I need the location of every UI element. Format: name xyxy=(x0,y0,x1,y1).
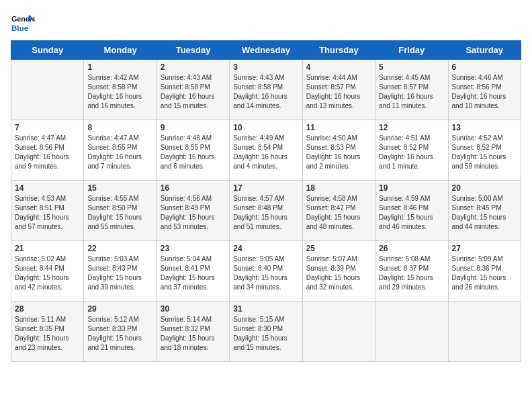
day-number: 29 xyxy=(87,304,152,314)
cell-text: and 57 minutes. xyxy=(15,222,80,232)
cell-text: Daylight: 16 hours xyxy=(87,152,152,162)
cell-text: and 11 minutes. xyxy=(379,101,444,111)
cell-text: Sunset: 8:58 PM xyxy=(161,83,226,92)
calendar-cell: 5Sunrise: 4:45 AMSunset: 8:57 PMDaylight… xyxy=(375,60,448,120)
calendar-cell: 13Sunrise: 4:52 AMSunset: 8:52 PMDayligh… xyxy=(448,120,521,181)
cell-text: and 9 minutes. xyxy=(15,162,80,171)
cell-text: Sunset: 8:48 PM xyxy=(233,203,298,213)
day-number: 2 xyxy=(161,62,226,72)
calendar-cell: 16Sunrise: 4:56 AMSunset: 8:49 PMDayligh… xyxy=(157,181,229,241)
cell-text: and 14 minutes. xyxy=(233,101,298,111)
day-number: 3 xyxy=(233,62,298,72)
calendar-cell: 15Sunrise: 4:55 AMSunset: 8:50 PMDayligh… xyxy=(84,181,157,241)
cell-text: Daylight: 15 hours xyxy=(306,273,371,283)
day-number: 15 xyxy=(87,183,152,193)
cell-text: Daylight: 15 hours xyxy=(452,213,517,222)
cell-text: Daylight: 15 hours xyxy=(15,334,80,343)
cell-text: Daylight: 15 hours xyxy=(87,273,152,283)
cell-text: Sunrise: 4:47 AM xyxy=(87,134,152,143)
cell-text: Sunrise: 5:11 AM xyxy=(15,315,80,324)
calendar-body: 1Sunrise: 4:42 AMSunset: 8:58 PMDaylight… xyxy=(11,60,521,362)
cell-text: and 48 minutes. xyxy=(306,222,371,232)
calendar-cell: 21Sunrise: 5:02 AMSunset: 8:44 PMDayligh… xyxy=(11,241,84,302)
calendar-cell: 6Sunrise: 4:46 AMSunset: 8:56 PMDaylight… xyxy=(448,60,521,120)
calendar-cell xyxy=(375,302,448,362)
cell-text: and 18 minutes. xyxy=(161,343,226,353)
calendar-cell: 29Sunrise: 5:12 AMSunset: 8:33 PMDayligh… xyxy=(84,302,157,362)
cell-text: Daylight: 16 hours xyxy=(233,152,298,162)
cell-text: and 44 minutes. xyxy=(452,222,517,232)
cell-text: Sunset: 8:36 PM xyxy=(452,264,517,273)
day-header-monday: Monday xyxy=(84,41,157,60)
calendar-cell: 4Sunrise: 4:44 AMSunset: 8:57 PMDaylight… xyxy=(302,60,375,120)
day-number: 18 xyxy=(306,183,371,193)
cell-text: Sunset: 8:52 PM xyxy=(379,143,444,152)
cell-text: Daylight: 15 hours xyxy=(161,213,226,222)
day-number: 24 xyxy=(233,244,298,253)
day-number: 11 xyxy=(306,123,371,132)
cell-text: and 32 minutes. xyxy=(306,283,371,292)
cell-text: Sunrise: 4:42 AM xyxy=(87,73,152,83)
cell-text: and 21 minutes. xyxy=(87,343,152,353)
cell-text: and 39 minutes. xyxy=(87,283,152,292)
cell-text: Sunrise: 5:07 AM xyxy=(306,255,371,264)
cell-text: Sunrise: 4:51 AM xyxy=(379,134,444,143)
cell-text: Sunrise: 4:55 AM xyxy=(87,194,152,203)
cell-text: and 7 minutes. xyxy=(87,162,152,171)
cell-text: Daylight: 15 hours xyxy=(233,213,298,222)
day-header-saturday: Saturday xyxy=(448,41,521,60)
day-number: 13 xyxy=(452,123,517,132)
calendar-cell: 19Sunrise: 4:59 AMSunset: 8:46 PMDayligh… xyxy=(375,181,448,241)
calendar-cell: 27Sunrise: 5:09 AMSunset: 8:36 PMDayligh… xyxy=(448,241,521,302)
calendar-cell xyxy=(302,302,375,362)
day-header-wednesday: Wednesday xyxy=(230,41,302,60)
cell-text: Sunrise: 4:47 AM xyxy=(15,134,80,143)
cell-text: Sunset: 8:55 PM xyxy=(161,143,226,152)
calendar-cell: 3Sunrise: 4:43 AMSunset: 8:58 PMDaylight… xyxy=(230,60,302,120)
cell-text: Sunrise: 4:49 AM xyxy=(233,134,298,143)
day-number: 6 xyxy=(452,62,517,72)
cell-text: Sunrise: 5:12 AM xyxy=(87,315,152,324)
cell-text: Sunrise: 4:56 AM xyxy=(161,194,226,203)
day-header-thursday: Thursday xyxy=(302,41,375,60)
calendar-week-5: 28Sunrise: 5:11 AMSunset: 8:35 PMDayligh… xyxy=(11,302,521,362)
day-number: 12 xyxy=(379,123,444,132)
cell-text: and 34 minutes. xyxy=(233,283,298,292)
day-number: 5 xyxy=(379,62,444,72)
cell-text: Sunrise: 4:57 AM xyxy=(233,194,298,203)
cell-text: Daylight: 15 hours xyxy=(379,213,444,222)
cell-text: Daylight: 15 hours xyxy=(379,273,444,283)
cell-text: and 15 minutes. xyxy=(161,101,226,111)
cell-text: Sunset: 8:50 PM xyxy=(87,203,152,213)
day-number: 14 xyxy=(15,183,80,193)
day-number: 19 xyxy=(379,183,444,193)
cell-text: Sunset: 8:56 PM xyxy=(452,83,517,92)
cell-text: Sunset: 8:30 PM xyxy=(233,324,298,334)
logo: GeneralBlue xyxy=(11,11,35,35)
calendar-cell: 30Sunrise: 5:14 AMSunset: 8:32 PMDayligh… xyxy=(157,302,229,362)
day-number: 17 xyxy=(233,183,298,193)
cell-text: Daylight: 16 hours xyxy=(306,92,371,101)
calendar-cell: 11Sunrise: 4:50 AMSunset: 8:53 PMDayligh… xyxy=(302,120,375,181)
cell-text: Daylight: 16 hours xyxy=(379,92,444,101)
cell-text: and 10 minutes. xyxy=(452,101,517,111)
cell-text: Daylight: 15 hours xyxy=(161,273,226,283)
calendar-header: SundayMondayTuesdayWednesdayThursdayFrid… xyxy=(11,41,521,60)
cell-text: Sunset: 8:58 PM xyxy=(87,83,152,92)
calendar-cell: 14Sunrise: 4:53 AMSunset: 8:51 PMDayligh… xyxy=(11,181,84,241)
cell-text: Daylight: 15 hours xyxy=(161,334,226,343)
calendar-cell: 25Sunrise: 5:07 AMSunset: 8:39 PMDayligh… xyxy=(302,241,375,302)
cell-text: Daylight: 15 hours xyxy=(15,273,80,283)
cell-text: Sunset: 8:39 PM xyxy=(306,264,371,273)
cell-text: Sunset: 8:35 PM xyxy=(15,324,80,334)
cell-text: Sunset: 8:33 PM xyxy=(87,324,152,334)
cell-text: Sunrise: 4:59 AM xyxy=(379,194,444,203)
day-number: 23 xyxy=(161,244,226,253)
cell-text: Daylight: 16 hours xyxy=(379,152,444,162)
cell-text: Sunrise: 4:50 AM xyxy=(306,134,371,143)
cell-text: Daylight: 15 hours xyxy=(306,213,371,222)
calendar-cell xyxy=(448,302,521,362)
calendar-table: SundayMondayTuesdayWednesdayThursdayFrid… xyxy=(11,40,521,362)
calendar-cell: 8Sunrise: 4:47 AMSunset: 8:55 PMDaylight… xyxy=(84,120,157,181)
cell-text: Sunset: 8:55 PM xyxy=(87,143,152,152)
